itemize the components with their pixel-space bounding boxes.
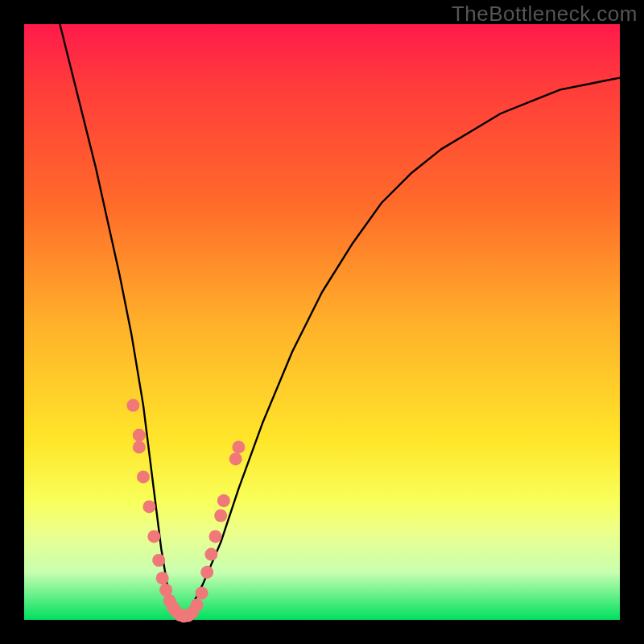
plot-area xyxy=(24,24,620,620)
svg-point-22 xyxy=(217,494,230,507)
svg-point-19 xyxy=(204,548,217,561)
chart-svg xyxy=(24,24,620,620)
highlight-dots xyxy=(126,399,245,623)
svg-point-2 xyxy=(133,440,146,453)
svg-point-21 xyxy=(214,510,227,522)
svg-point-6 xyxy=(152,554,165,567)
svg-point-5 xyxy=(147,530,160,543)
bottleneck-curve xyxy=(60,24,620,620)
svg-point-0 xyxy=(126,399,139,412)
svg-point-23 xyxy=(229,452,242,465)
svg-point-24 xyxy=(232,440,245,453)
svg-point-7 xyxy=(156,572,169,584)
svg-point-17 xyxy=(196,587,208,600)
svg-point-16 xyxy=(191,599,204,612)
watermark-text: TheBottleneck.com xyxy=(452,2,638,27)
svg-point-1 xyxy=(133,429,146,442)
svg-point-20 xyxy=(209,530,222,543)
svg-point-4 xyxy=(142,500,155,513)
svg-point-18 xyxy=(200,566,213,579)
chart-frame: TheBottleneck.com xyxy=(0,0,644,644)
svg-point-3 xyxy=(137,470,150,483)
